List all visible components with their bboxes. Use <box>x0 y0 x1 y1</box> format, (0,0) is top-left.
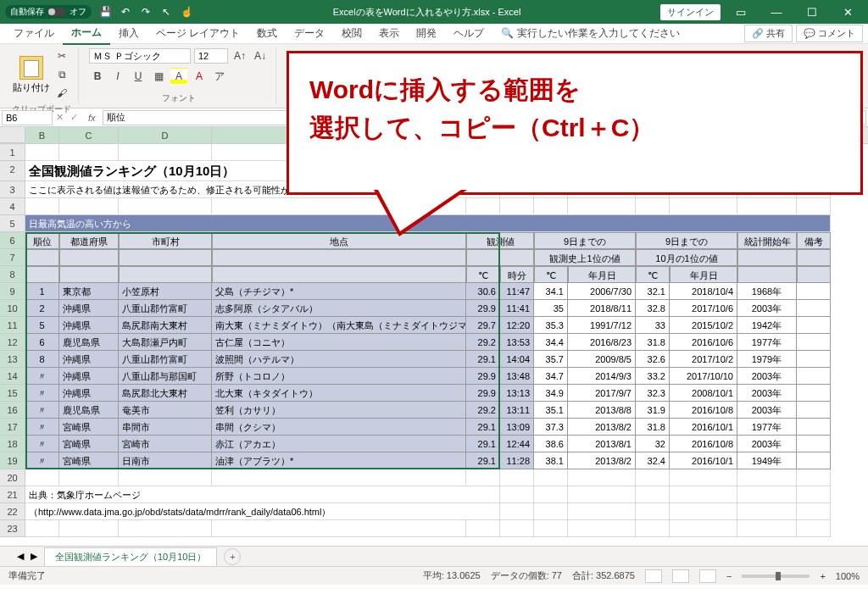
cell[interactable]: 6 <box>25 334 59 351</box>
cancel-icon[interactable]: ✕ <box>53 112 67 123</box>
cell[interactable] <box>25 469 59 486</box>
cell[interactable]: 2013/8/2 <box>568 452 636 469</box>
cell[interactable]: 1942年 <box>737 317 797 334</box>
cell[interactable]: 34.9 <box>534 385 568 402</box>
cell[interactable] <box>534 198 568 215</box>
cell[interactable]: 〃 <box>25 402 59 419</box>
cell[interactable]: 1968年 <box>737 283 797 300</box>
cell[interactable]: 日南市 <box>119 452 212 469</box>
cell[interactable] <box>737 503 797 520</box>
cell[interactable]: 宮崎市 <box>119 436 212 452</box>
cell[interactable] <box>797 452 831 469</box>
zoom-slider[interactable] <box>742 574 810 578</box>
cell[interactable]: 34.7 <box>534 368 568 385</box>
cell[interactable] <box>737 198 797 215</box>
row-header[interactable]: 11 <box>0 317 25 334</box>
cell[interactable]: 串間（クシマ） <box>212 419 466 436</box>
col-header[interactable]: C <box>59 127 119 143</box>
cell[interactable]: 29.1 <box>466 452 500 469</box>
cell[interactable]: 2018/8/11 <box>568 300 636 317</box>
cell[interactable]: 13:53 <box>500 334 534 351</box>
ribbon-options-icon[interactable]: ▭ <box>726 0 756 24</box>
cell[interactable]: 2 <box>25 300 59 317</box>
cell[interactable]: 32.4 <box>636 452 670 469</box>
cell[interactable]: 29.2 <box>466 334 500 351</box>
cell[interactable]: 38.6 <box>534 436 568 452</box>
cell[interactable]: 2015/10/2 <box>670 317 737 334</box>
underline-icon[interactable]: U <box>130 68 147 85</box>
cell[interactable] <box>670 469 737 486</box>
new-sheet-icon[interactable]: + <box>224 548 241 565</box>
cell[interactable]: 11:41 <box>500 300 534 317</box>
cell[interactable]: 12:20 <box>500 317 534 334</box>
row-header[interactable]: 9 <box>0 283 25 300</box>
cell[interactable]: 13:13 <box>500 385 534 402</box>
cell[interactable]: 統計開始年 <box>737 232 797 249</box>
row-header[interactable]: 5 <box>0 215 25 232</box>
row-header[interactable]: 23 <box>0 520 25 537</box>
row-header[interactable]: 19 <box>0 452 25 469</box>
cell[interactable]: 29.7 <box>466 317 500 334</box>
cell[interactable] <box>670 503 737 520</box>
cell[interactable]: 2016/10/1 <box>670 419 737 436</box>
select-all-corner[interactable] <box>0 127 25 143</box>
close-icon[interactable]: ✕ <box>832 0 863 24</box>
cell[interactable] <box>466 469 500 486</box>
cell[interactable] <box>500 198 534 215</box>
cell[interactable]: 宮崎県 <box>59 436 119 452</box>
cell[interactable]: 順位 <box>25 232 59 249</box>
cell[interactable]: 志多阿原（シタアバル） <box>212 300 466 317</box>
cell[interactable]: ℃ <box>636 266 670 283</box>
col-header[interactable]: D <box>119 127 212 143</box>
cell[interactable]: 小笠原村 <box>119 283 212 300</box>
row-header[interactable]: 20 <box>0 469 25 486</box>
cell[interactable] <box>119 520 212 537</box>
cell[interactable] <box>500 503 534 520</box>
cell[interactable]: 1 <box>25 283 59 300</box>
cell[interactable]: 大島郡瀬戸内町 <box>119 334 212 351</box>
cell[interactable] <box>500 486 534 503</box>
cell[interactable] <box>568 486 636 503</box>
cell[interactable]: 2003年 <box>737 436 797 452</box>
cell[interactable]: 〃 <box>25 419 59 436</box>
cell[interactable]: 鹿児島県 <box>59 402 119 419</box>
tab-dev[interactable]: 開発 <box>408 23 445 44</box>
cell[interactable]: 1977年 <box>737 419 797 436</box>
cell[interactable] <box>797 334 831 351</box>
cell[interactable]: 笠利（カサリ） <box>212 402 466 419</box>
cell[interactable]: 35 <box>534 300 568 317</box>
tab-file[interactable]: ファイル <box>5 23 63 44</box>
cell[interactable] <box>797 503 831 520</box>
cell[interactable]: 2013/8/1 <box>568 436 636 452</box>
cell[interactable]: 1977年 <box>737 334 797 351</box>
cell[interactable]: 油津（アブラツ）* <box>212 452 466 469</box>
copy-icon[interactable]: ⧉ <box>53 66 70 83</box>
cell[interactable] <box>534 469 568 486</box>
cell[interactable]: 35.1 <box>534 402 568 419</box>
cell[interactable] <box>636 503 670 520</box>
signin-button[interactable]: サインイン <box>660 4 721 20</box>
grow-font-icon[interactable]: A↑ <box>231 47 248 64</box>
cell[interactable]: 33 <box>636 317 670 334</box>
cell[interactable]: 宮崎県 <box>59 452 119 469</box>
cell[interactable]: 35.3 <box>534 317 568 334</box>
cell[interactable] <box>636 198 670 215</box>
row-header[interactable]: 21 <box>0 486 25 503</box>
cell[interactable]: 出典：気象庁ホームページ <box>25 486 500 503</box>
cell[interactable] <box>59 249 119 266</box>
cell[interactable] <box>797 198 831 215</box>
cell[interactable]: 沖縄県 <box>59 351 119 368</box>
cell[interactable]: 32.3 <box>636 385 670 402</box>
cell[interactable]: 2017/10/2 <box>670 351 737 368</box>
cell[interactable] <box>59 520 119 537</box>
zoom-out-icon[interactable]: − <box>726 571 732 581</box>
cell[interactable] <box>59 469 119 486</box>
cell[interactable] <box>737 486 797 503</box>
cell[interactable]: 父島（チチジマ）* <box>212 283 466 300</box>
cell[interactable]: 29.1 <box>466 419 500 436</box>
cell[interactable]: 32 <box>636 436 670 452</box>
cell[interactable] <box>797 368 831 385</box>
cell[interactable]: 八重山郡竹富町 <box>119 351 212 368</box>
cell[interactable] <box>737 520 797 537</box>
tab-data[interactable]: データ <box>286 23 333 44</box>
